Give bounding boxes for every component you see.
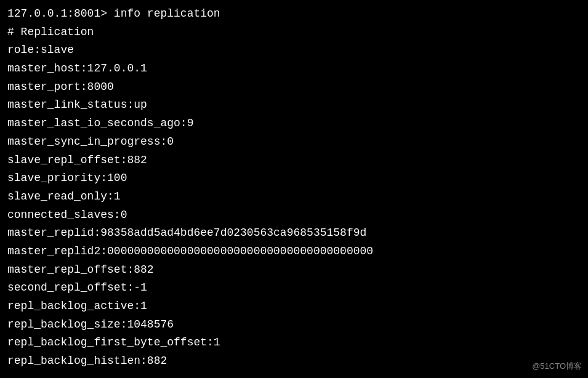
slave-repl-offset-line: slave_repl_offset:882 (7, 151, 581, 170)
second-repl-offset-line: second_repl_offset:-1 (7, 279, 581, 297)
slave-read-only-line: slave_read_only:1 (7, 188, 581, 206)
master-replid-line: master_replid:98358add5ad4bd6ee7d0230563… (7, 224, 581, 243)
master-host-line: master_host:127.0.0.1 (7, 60, 581, 78)
watermark: @51CTO博客 (532, 361, 582, 372)
prompt-line[interactable]: 127.0.0.1:8001> (7, 371, 581, 378)
repl-backlog-active-line: repl_backlog_active:1 (7, 297, 581, 316)
slave-priority-line: slave_priority:100 (7, 169, 581, 188)
cmd-line: 127.0.0.1:8001> info replication (7, 5, 581, 23)
role-line: role:slave (7, 41, 581, 60)
master-replid2-line: master_replid2:0000000000000000000000000… (7, 243, 581, 261)
terminal-window: 127.0.0.1:8001> info replication # Repli… (0, 0, 588, 378)
connected-slaves-line: connected_slaves:0 (7, 206, 581, 225)
section-header: # Replication (7, 23, 581, 42)
master-last-io-line: master_last_io_seconds_ago:9 (7, 115, 581, 133)
repl-backlog-first-byte-line: repl_backlog_first_byte_offset:1 (7, 334, 581, 352)
repl-backlog-histlen-line: repl_backlog_histlen:882 (7, 352, 581, 371)
repl-backlog-size-line: repl_backlog_size:1048576 (7, 316, 581, 334)
master-sync-line: master_sync_in_progress:0 (7, 133, 581, 151)
master-link-status-line: master_link_status:up (7, 96, 581, 115)
master-repl-offset-line: master_repl_offset:882 (7, 261, 581, 279)
master-port-line: master_port:8000 (7, 78, 581, 97)
